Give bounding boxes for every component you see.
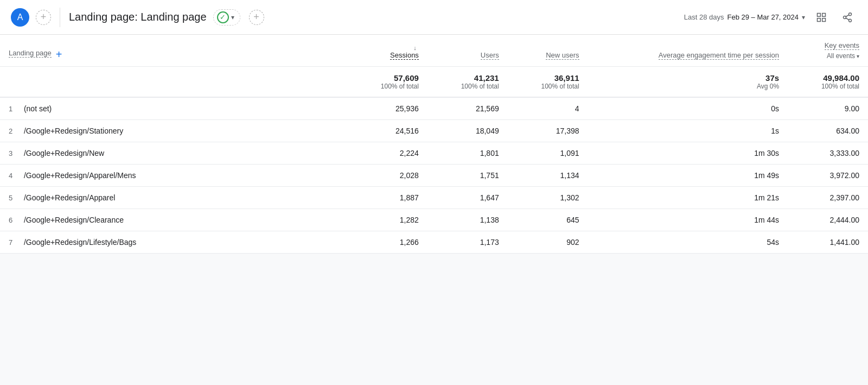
status-dropdown[interactable]: ✓ ▾: [213, 9, 240, 26]
topbar-right: Last 28 days Feb 29 – Mar 27, 2024 ▾: [684, 8, 857, 27]
main-content: Landing page + ↓ Sessions Users: [0, 35, 868, 254]
row-users: 1,138: [427, 209, 508, 231]
date-range-label: Last 28 days: [684, 13, 724, 21]
row-users: 18,049: [427, 120, 508, 142]
row-sessions: 25,936: [347, 97, 427, 120]
row-page-cell: 3 /Google+Redesign/New: [0, 142, 347, 165]
row-number: 6: [9, 216, 22, 224]
row-sessions: 1,887: [347, 187, 427, 209]
totals-new-users-value: 36,911: [516, 73, 579, 83]
row-page-cell: 5 /Google+Redesign/Apparel: [0, 187, 347, 209]
table-row: 7 /Google+Redesign/Lifestyle/Bags 1,266 …: [0, 231, 868, 254]
all-events-caret-icon: ▾: [857, 53, 859, 59]
totals-sessions-pct: 100% of total: [356, 83, 419, 90]
chart-customize-button[interactable]: [812, 8, 831, 27]
all-events-label: All events: [827, 52, 855, 60]
totals-avg-engagement-value: 37s: [597, 73, 780, 83]
totals-users-pct: 100% of total: [436, 83, 499, 90]
page-link[interactable]: /Google+Redesign/New: [24, 149, 104, 157]
totals-page-cell: [0, 67, 347, 98]
row-new-users: 902: [508, 231, 588, 254]
totals-avg-engagement-pct: Avg 0%: [597, 83, 780, 90]
table-header-row: Landing page + ↓ Sessions Users: [0, 35, 868, 67]
col-header-page: Landing page +: [0, 35, 347, 67]
row-page-cell: 7 /Google+Redesign/Lifestyle/Bags: [0, 231, 347, 254]
row-sessions: 2,028: [347, 165, 427, 187]
row-users: 1,173: [427, 231, 508, 254]
date-range-value: Feb 29 – Mar 27, 2024: [727, 13, 799, 21]
row-new-users: 1,091: [508, 142, 588, 165]
row-number: 7: [9, 238, 22, 247]
row-page-cell: 2 /Google+Redesign/Stationery: [0, 120, 347, 142]
row-avg-engagement: 1m 49s: [588, 165, 788, 187]
row-sessions: 2,224: [347, 142, 427, 165]
table-row: 3 /Google+Redesign/New 2,224 1,801 1,091…: [0, 142, 868, 165]
row-avg-engagement: 1m 44s: [588, 209, 788, 231]
row-avg-engagement: 1m 30s: [588, 142, 788, 165]
sort-down-icon: ↓: [413, 45, 417, 51]
row-sessions: 1,282: [347, 209, 427, 231]
row-page-cell: 6 /Google+Redesign/Clearance: [0, 209, 347, 231]
row-key-events: 634.00: [788, 120, 868, 142]
row-page-cell: 4 /Google+Redesign/Apparel/Mens: [0, 165, 347, 187]
row-key-events: 1,441.00: [788, 231, 868, 254]
col-header-new-users: New users: [508, 35, 588, 67]
date-range-dropdown-arrow: ▾: [802, 14, 805, 21]
add-dimension-button[interactable]: +: [56, 49, 62, 60]
row-users: 21,569: [427, 97, 508, 120]
col-header-sessions: ↓ Sessions: [347, 35, 427, 67]
all-events-dropdown[interactable]: All events ▾: [827, 52, 859, 60]
share-button[interactable]: [838, 8, 857, 27]
col-avg-engagement-label[interactable]: Average engagement time per session: [659, 51, 779, 60]
totals-key-events-value: 49,984.00: [796, 73, 859, 83]
col-new-users-label[interactable]: New users: [546, 51, 579, 60]
table-body: 1 (not set) 25,936 21,569 4 0s 9.00 2 /G…: [0, 97, 868, 254]
totals-users-value: 41,231: [436, 73, 499, 83]
row-users: 1,751: [427, 165, 508, 187]
page-link[interactable]: /Google+Redesign/Apparel/Mens: [24, 171, 136, 180]
totals-new-users-cell: 36,911 100% of total: [508, 67, 588, 98]
table-row: 6 /Google+Redesign/Clearance 1,282 1,138…: [0, 209, 868, 231]
page-link[interactable]: (not set): [24, 104, 52, 113]
add-property-button[interactable]: +: [36, 10, 51, 25]
row-sessions: 1,266: [347, 231, 427, 254]
avatar: A: [11, 8, 29, 27]
row-users: 1,647: [427, 187, 508, 209]
table-row: 4 /Google+Redesign/Apparel/Mens 2,028 1,…: [0, 165, 868, 187]
page-link[interactable]: /Google+Redesign/Apparel: [24, 193, 116, 202]
row-page-cell: 1 (not set): [0, 97, 347, 120]
totals-users-cell: 41,231 100% of total: [427, 67, 508, 98]
table-row: 5 /Google+Redesign/Apparel 1,887 1,647 1…: [0, 187, 868, 209]
totals-key-events-cell: 49,984.00 100% of total: [788, 67, 868, 98]
col-users-label[interactable]: Users: [481, 51, 499, 60]
topbar: A + Landing page: Landing page ✓ ▾ + Las…: [0, 0, 868, 35]
page-link[interactable]: /Google+Redesign/Clearance: [24, 216, 124, 224]
totals-avg-engagement-cell: 37s Avg 0%: [588, 67, 788, 98]
add-report-button[interactable]: +: [249, 10, 264, 25]
col-page-label[interactable]: Landing page: [9, 49, 52, 58]
svg-rect-1: [822, 13, 826, 16]
row-number: 3: [9, 149, 22, 157]
row-number: 2: [9, 127, 22, 135]
totals-sessions-cell: 57,609 100% of total: [347, 67, 427, 98]
date-range-selector[interactable]: Last 28 days Feb 29 – Mar 27, 2024 ▾: [684, 13, 805, 21]
report-table: Landing page + ↓ Sessions Users: [0, 35, 868, 254]
svg-point-6: [849, 19, 852, 22]
table-row: 2 /Google+Redesign/Stationery 24,516 18,…: [0, 120, 868, 142]
page-link[interactable]: /Google+Redesign/Stationery: [24, 127, 123, 135]
row-key-events: 2,397.00: [788, 187, 868, 209]
row-new-users: 1,302: [508, 187, 588, 209]
row-key-events: 2,444.00: [788, 209, 868, 231]
page-link[interactable]: /Google+Redesign/Lifestyle/Bags: [24, 238, 136, 247]
row-number: 5: [9, 194, 22, 202]
row-key-events: 3,972.00: [788, 165, 868, 187]
col-header-users: Users: [427, 35, 508, 67]
col-key-events-label[interactable]: Key events: [825, 41, 859, 50]
totals-key-events-pct: 100% of total: [796, 83, 859, 90]
col-header-avg-engagement: Average engagement time per session: [588, 35, 788, 67]
row-users: 1,801: [427, 142, 508, 165]
row-avg-engagement: 1s: [588, 120, 788, 142]
col-sessions-label[interactable]: Sessions: [390, 51, 419, 60]
row-number: 1: [9, 105, 22, 113]
row-new-users: 645: [508, 209, 588, 231]
